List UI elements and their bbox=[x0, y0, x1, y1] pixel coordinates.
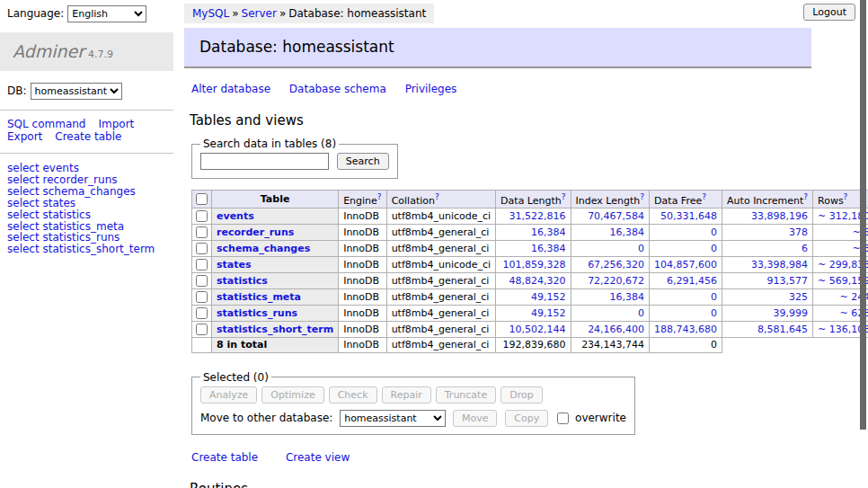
row-checkbox[interactable] bbox=[196, 259, 208, 271]
page-links: Alter database Database schema Privilege… bbox=[191, 83, 811, 95]
row-checkbox[interactable] bbox=[196, 226, 208, 238]
sidebar-select-link[interactable]: select events bbox=[7, 162, 79, 174]
column-header-table: Table bbox=[212, 191, 339, 209]
check-button[interactable]: Check bbox=[329, 386, 377, 404]
table-row: statistics_runsInnoDButf8mb4_general_ci4… bbox=[192, 305, 868, 321]
link-alter-database[interactable]: Alter database bbox=[191, 83, 270, 95]
engine-cell: InnoDB bbox=[339, 224, 386, 240]
help-link[interactable]: ? bbox=[435, 192, 439, 201]
column-header-label: Engine bbox=[343, 195, 377, 207]
help-link[interactable]: ? bbox=[377, 192, 382, 201]
app-name-link[interactable]: Adminer bbox=[13, 41, 84, 61]
index-length-cell: 234,143,744 bbox=[571, 337, 650, 352]
row-checkbox[interactable] bbox=[196, 243, 208, 254]
index-length-cell: 24,166,400 bbox=[571, 321, 650, 337]
sidebar-select-link[interactable]: select statistics_short_term bbox=[7, 243, 155, 255]
engine-cell: InnoDB bbox=[339, 240, 386, 256]
row-checkbox[interactable] bbox=[196, 291, 208, 303]
column-header-collation: Collation? bbox=[386, 191, 495, 209]
data-free-cell: 0 bbox=[650, 224, 722, 240]
table-name-link[interactable]: statistics_short_term bbox=[217, 324, 333, 335]
sidebar-select-link[interactable]: select schema_changes bbox=[7, 185, 136, 198]
breadcrumb-link-mysql[interactable]: MySQL bbox=[192, 7, 229, 20]
breadcrumb-separator: » bbox=[279, 7, 286, 20]
help-link[interactable]: ? bbox=[562, 192, 566, 201]
select-all-checkbox[interactable] bbox=[196, 193, 208, 205]
help-link[interactable]: ? bbox=[702, 192, 706, 201]
table-name-link[interactable]: events bbox=[217, 210, 254, 222]
data-length-cell: 49,152 bbox=[496, 305, 571, 321]
overwrite-checkbox[interactable] bbox=[557, 413, 569, 424]
collation-cell: utf8mb4_general_ci bbox=[386, 337, 495, 352]
data-free-cell: 0 bbox=[650, 288, 722, 305]
data-free-cell: 0 bbox=[650, 337, 722, 352]
page-title: Database: homeassistant bbox=[184, 28, 811, 68]
tables-tbody: eventsInnoDButf8mb4_unicode_ci31,522,816… bbox=[192, 208, 868, 352]
link-database-schema[interactable]: Database schema bbox=[289, 83, 386, 95]
overwrite-label[interactable]: overwrite bbox=[575, 412, 626, 424]
row-checkbox[interactable] bbox=[196, 210, 208, 222]
auto-increment-cell: 6 bbox=[722, 240, 813, 256]
auto-increment-cell: 33,898,196 bbox=[722, 208, 813, 224]
sidebar-select-link[interactable]: select statistics_runs bbox=[7, 231, 120, 244]
sidebar-select-link[interactable]: select states bbox=[7, 197, 75, 209]
copy-button[interactable]: Copy bbox=[505, 410, 548, 427]
help-link[interactable]: ? bbox=[640, 192, 644, 201]
link-create-table[interactable]: Create table bbox=[191, 451, 258, 464]
collation-cell: utf8mb4_general_ci bbox=[386, 224, 495, 240]
sidebar-action-export[interactable]: Export bbox=[7, 130, 42, 143]
row-checkbox[interactable] bbox=[196, 275, 208, 287]
db-select[interactable]: homeassistant bbox=[31, 83, 122, 100]
index-length-cell: 70,467,584 bbox=[571, 208, 650, 224]
sidebar-action-sql-command[interactable]: SQL command bbox=[7, 118, 85, 130]
language-select[interactable]: English bbox=[67, 5, 146, 22]
sidebar-select-link[interactable]: select statistics_meta bbox=[7, 220, 124, 233]
table-row: statistics_metaInnoDButf8mb4_general_ci4… bbox=[192, 288, 868, 305]
table-name-link[interactable]: schema_changes bbox=[217, 243, 310, 254]
sidebar-action-import[interactable]: Import bbox=[98, 118, 134, 130]
column-header-label: Data Length bbox=[500, 195, 562, 207]
column-header-label: Data Free bbox=[654, 195, 702, 207]
row-checkbox[interactable] bbox=[196, 307, 208, 319]
link-privileges[interactable]: Privileges bbox=[405, 83, 457, 95]
move-button[interactable]: Move bbox=[453, 410, 498, 427]
optimize-button[interactable]: Optimize bbox=[261, 386, 323, 404]
move-db-select[interactable]: homeassistant bbox=[340, 410, 446, 427]
column-header-label: Rows bbox=[818, 195, 844, 207]
search-button[interactable]: Search bbox=[337, 153, 389, 170]
vertical-scrollbar-thumb[interactable] bbox=[860, 0, 866, 430]
sidebar: Language:English Adminer4.7.9 DB:homeass… bbox=[0, 0, 173, 264]
help-link[interactable]: ? bbox=[803, 192, 808, 201]
search-input[interactable] bbox=[200, 153, 329, 170]
repair-button[interactable]: Repair bbox=[382, 386, 431, 404]
drop-button[interactable]: Drop bbox=[500, 386, 542, 404]
sidebar-select-link[interactable]: select statistics bbox=[7, 209, 91, 221]
row-checkbox[interactable] bbox=[196, 324, 208, 335]
data-free-cell: 0 bbox=[650, 240, 722, 256]
truncate-button[interactable]: Truncate bbox=[436, 386, 496, 404]
column-header-label: Table bbox=[261, 193, 290, 205]
auto-increment-cell: 39,999 bbox=[722, 305, 813, 321]
breadcrumb-link-server[interactable]: Server bbox=[242, 7, 277, 20]
link-create-view[interactable]: Create view bbox=[286, 451, 350, 464]
app-title: Adminer4.7.9 bbox=[0, 32, 173, 71]
column-header-label: Collation bbox=[392, 195, 435, 207]
table-name-cell: events bbox=[212, 208, 339, 224]
collation-cell: utf8mb4_general_ci bbox=[386, 288, 495, 305]
total-row: 8 in totalInnoDButf8mb4_general_ci192,83… bbox=[192, 337, 868, 352]
selected-legend: Selected (0) bbox=[200, 371, 271, 384]
data-free-cell: 50,331,648 bbox=[650, 208, 722, 224]
table-name-link[interactable]: states bbox=[217, 259, 252, 271]
table-row: recorder_runsInnoDButf8mb4_general_ci16,… bbox=[192, 224, 868, 240]
sidebar-select-link[interactable]: select recorder_runs bbox=[7, 173, 118, 186]
table-name-link[interactable]: statistics_runs bbox=[217, 307, 297, 319]
analyze-button[interactable]: Analyze bbox=[200, 386, 257, 404]
app-version: 4.7.9 bbox=[88, 49, 113, 60]
data-length-cell: 31,522,816 bbox=[496, 208, 571, 224]
table-name-link[interactable]: statistics bbox=[217, 275, 268, 287]
table-name-link[interactable]: recorder_runs bbox=[217, 226, 294, 238]
table-name-link[interactable]: statistics_meta bbox=[217, 291, 301, 303]
help-link[interactable]: ? bbox=[844, 192, 848, 201]
breadcrumb: MySQL»Server»Database: homeassistant bbox=[184, 4, 434, 23]
sidebar-action-create-table[interactable]: Create table bbox=[55, 130, 121, 143]
